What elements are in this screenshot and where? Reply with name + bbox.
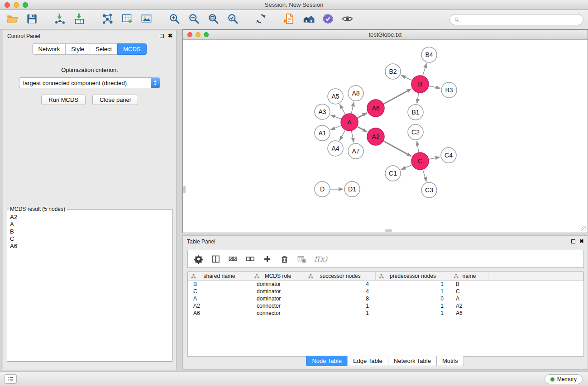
- open-report-button[interactable]: [281, 11, 296, 28]
- node-A3[interactable]: A3: [315, 104, 330, 119]
- node-A2[interactable]: A2: [367, 128, 384, 145]
- tab-edge-table[interactable]: Edge Table: [347, 356, 388, 366]
- create-column-button[interactable]: [263, 254, 272, 264]
- node-B[interactable]: B: [411, 76, 429, 93]
- edge-C-C4[interactable]: [429, 157, 440, 159]
- table-settings-button[interactable]: [194, 254, 203, 264]
- network-minimize-button[interactable]: [196, 32, 201, 37]
- optimization-criterion-dropdown[interactable]: largest connected component (directed): [19, 77, 160, 88]
- select-all-columns-button[interactable]: [228, 254, 238, 264]
- new-table-button[interactable]: [119, 11, 134, 28]
- zoom-fit-content-button[interactable]: [206, 11, 221, 28]
- apply-layout-button[interactable]: [253, 11, 268, 28]
- vertical-scrollbar[interactable]: [183, 186, 186, 193]
- node-A8[interactable]: A8: [348, 86, 363, 101]
- open-file-button[interactable]: [5, 11, 20, 28]
- network-canvas[interactable]: B4B2BB3A8A5A6B1A3AC2A1A2A4A7CC4C1C3DD1: [183, 40, 588, 233]
- table-row[interactable]: A6connector11A6: [188, 310, 583, 317]
- zoom-out-button[interactable]: [186, 11, 201, 28]
- node-A5[interactable]: A5: [328, 89, 343, 104]
- table-row[interactable]: Cdominator41C: [188, 288, 583, 295]
- table-row[interactable]: A2connector11A2: [188, 302, 583, 310]
- run-mcds-button[interactable]: Run MCDS: [41, 95, 86, 105]
- zoom-selected-button[interactable]: [225, 11, 240, 28]
- edge-A-A5[interactable]: [340, 105, 345, 114]
- delete-table-button[interactable]: [297, 254, 306, 264]
- table-float-panel-icon[interactable]: [571, 239, 575, 243]
- export-image-button[interactable]: [139, 11, 154, 28]
- tab-select[interactable]: Select: [90, 43, 118, 55]
- import-network-from-file-button[interactable]: [52, 11, 67, 28]
- edge-A-A7[interactable]: [351, 131, 354, 143]
- zoom-in-button[interactable]: [167, 11, 182, 28]
- task-history-button[interactable]: [5, 374, 17, 384]
- memory-button[interactable]: Memory: [545, 374, 583, 384]
- edge-B-B1[interactable]: [417, 93, 419, 104]
- resize-handle[interactable]: [581, 226, 587, 232]
- node-C2[interactable]: C2: [408, 124, 423, 140]
- close-panel-icon[interactable]: ✖: [168, 33, 172, 38]
- edge-C-C3[interactable]: [423, 170, 426, 181]
- edge-A-A4[interactable]: [339, 130, 345, 141]
- node-A6[interactable]: A6: [367, 100, 384, 117]
- node-A7[interactable]: A7: [348, 143, 363, 159]
- show-columns-button[interactable]: [211, 254, 220, 264]
- edge-A-A8[interactable]: [351, 102, 354, 114]
- search-box[interactable]: [449, 14, 583, 25]
- browser-home-button[interactable]: [301, 11, 316, 28]
- validate-button[interactable]: [320, 11, 335, 28]
- edge-A6-B[interactable]: [384, 89, 411, 104]
- edge-B-B3[interactable]: [429, 86, 440, 88]
- search-input[interactable]: [463, 17, 579, 23]
- tab-mcds[interactable]: MCDS: [117, 43, 146, 55]
- unselect-all-columns-button[interactable]: [245, 254, 255, 264]
- node-C1[interactable]: C1: [385, 166, 401, 181]
- tab-network[interactable]: Network: [32, 43, 66, 55]
- edge-C-C2[interactable]: [417, 141, 419, 152]
- tab-style[interactable]: Style: [65, 43, 90, 55]
- float-panel-icon[interactable]: [160, 34, 164, 38]
- minimize-button[interactable]: [14, 2, 19, 8]
- horizontal-scrollbar[interactable]: [385, 229, 392, 232]
- edge-B-B2[interactable]: [401, 76, 412, 81]
- network-maximize-button[interactable]: [204, 32, 209, 37]
- column-header-name[interactable]: name: [450, 272, 488, 280]
- column-header-shared-name[interactable]: shared name: [188, 272, 251, 280]
- node-C4[interactable]: C4: [441, 148, 456, 163]
- close-button[interactable]: [5, 2, 10, 8]
- node-A[interactable]: A: [341, 114, 358, 131]
- node-A4[interactable]: A4: [328, 141, 343, 156]
- node-A1[interactable]: A1: [315, 125, 330, 141]
- edge-A-A6[interactable]: [358, 113, 367, 118]
- node-D1[interactable]: D1: [344, 181, 360, 197]
- edge-A-A3[interactable]: [331, 115, 341, 119]
- node-D[interactable]: D: [315, 181, 330, 197]
- edge-B-B4[interactable]: [423, 63, 426, 76]
- node-B3[interactable]: B3: [441, 82, 457, 98]
- edge-A-A2[interactable]: [358, 127, 367, 132]
- close-panel-button[interactable]: Close panel: [92, 95, 138, 105]
- function-builder-button[interactable]: f(x): [314, 254, 327, 263]
- tab-node-table[interactable]: Node Table: [306, 356, 348, 366]
- node-B4[interactable]: B4: [421, 47, 437, 62]
- toggle-graphics-details-button[interactable]: [339, 11, 355, 28]
- maximize-button[interactable]: [23, 2, 28, 8]
- node-B2[interactable]: B2: [385, 64, 401, 79]
- table-close-panel-icon[interactable]: ✖: [579, 239, 584, 243]
- edge-A2-C[interactable]: [384, 141, 411, 157]
- table-row[interactable]: Adominator80A: [188, 295, 583, 302]
- node-C[interactable]: C: [411, 152, 429, 170]
- network-close-button[interactable]: [187, 32, 192, 37]
- table-row[interactable]: Bdominator41B: [188, 281, 583, 288]
- node-B1[interactable]: B1: [408, 105, 423, 120]
- column-header-MCDS-role[interactable]: MCDS role: [251, 272, 305, 280]
- delete-columns-button[interactable]: [280, 254, 289, 264]
- edge-A-A1[interactable]: [331, 125, 341, 129]
- node-C3[interactable]: C3: [421, 182, 437, 198]
- import-table-from-file-button[interactable]: [72, 11, 87, 28]
- column-header-successor-nodes[interactable]: successor nodes: [305, 272, 376, 280]
- edge-C-C1[interactable]: [401, 165, 412, 170]
- tab-motifs[interactable]: Motifs: [436, 356, 464, 366]
- new-network-button[interactable]: [100, 11, 115, 28]
- column-header-predecessor-nodes[interactable]: predecessor nodes: [376, 272, 450, 280]
